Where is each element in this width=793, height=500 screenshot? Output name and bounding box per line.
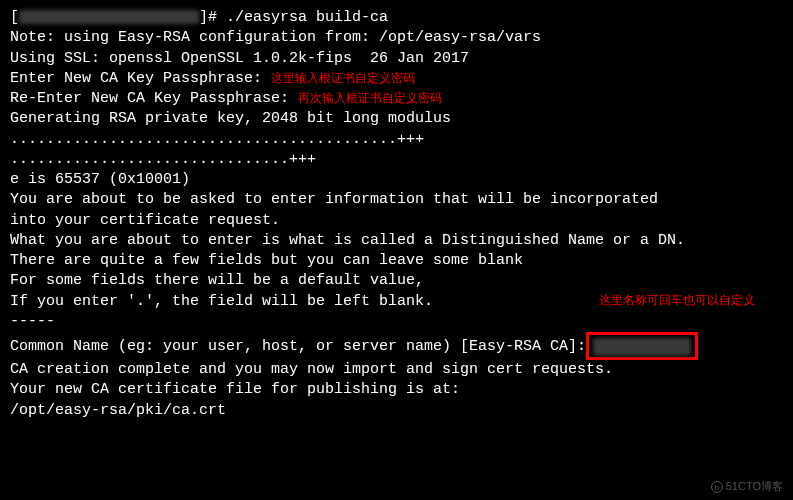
common-name-line: Common Name (eg: your user, host, or ser… bbox=[10, 332, 783, 360]
info-line-with-anno: If you enter '.', the field will be left… bbox=[10, 292, 783, 312]
info-text: If you enter '.', the field will be left… bbox=[10, 293, 433, 310]
cert-path: /opt/easy-rsa/pki/ca.crt bbox=[10, 401, 783, 421]
info-line: There are quite a few fields but you can… bbox=[10, 251, 783, 271]
common-name-prompt: Common Name (eg: your user, host, or ser… bbox=[10, 338, 586, 355]
progress-dots-2: ...............................+++ bbox=[10, 150, 783, 170]
passphrase-line-2: Re-Enter New CA Key Passphrase: 再次输入根证书自… bbox=[10, 89, 783, 109]
annotation-passphrase-1: 这里输入根证书自定义密码 bbox=[271, 71, 415, 85]
info-line: For some fields there will be a default … bbox=[10, 271, 783, 291]
info-line: What you are about to enter is what is c… bbox=[10, 231, 783, 251]
hostname-redacted bbox=[19, 10, 199, 24]
common-name-input-box[interactable] bbox=[586, 332, 698, 360]
exponent-line: e is 65537 (0x10001) bbox=[10, 170, 783, 190]
completion-line: CA creation complete and you may now imp… bbox=[10, 360, 783, 380]
watermark-icon: b bbox=[711, 481, 723, 493]
passphrase-label-2: Re-Enter New CA Key Passphrase: bbox=[10, 90, 298, 107]
annotation-passphrase-2: 再次输入根证书自定义密码 bbox=[298, 91, 442, 105]
note-line: Note: using Easy-RSA configuration from:… bbox=[10, 28, 783, 48]
bracket-close: ]# bbox=[199, 9, 226, 26]
prompt-line: []# ./easyrsa build-ca bbox=[10, 8, 783, 28]
watermark-text: 51CTO博客 bbox=[726, 480, 783, 492]
cert-path-label: Your new CA certificate file for publish… bbox=[10, 380, 783, 400]
bracket-open: [ bbox=[10, 9, 19, 26]
ssl-line: Using SSL: openssl OpenSSL 1.0.2k-fips 2… bbox=[10, 49, 783, 69]
dashes-line: ----- bbox=[10, 312, 783, 332]
passphrase-line-1: Enter New CA Key Passphrase: 这里输入根证书自定义密… bbox=[10, 69, 783, 89]
passphrase-label-1: Enter New CA Key Passphrase: bbox=[10, 70, 271, 87]
common-name-redacted bbox=[593, 338, 691, 356]
command-text: ./easyrsa build-ca bbox=[226, 9, 388, 26]
annotation-common-name: 这里名称可回车也可以自定义 bbox=[599, 292, 755, 308]
info-line: into your certificate request. bbox=[10, 211, 783, 231]
watermark: b51CTO博客 bbox=[711, 479, 783, 494]
progress-dots-1: ........................................… bbox=[10, 130, 783, 150]
info-line: You are about to be asked to enter infor… bbox=[10, 190, 783, 210]
generating-line: Generating RSA private key, 2048 bit lon… bbox=[10, 109, 783, 129]
